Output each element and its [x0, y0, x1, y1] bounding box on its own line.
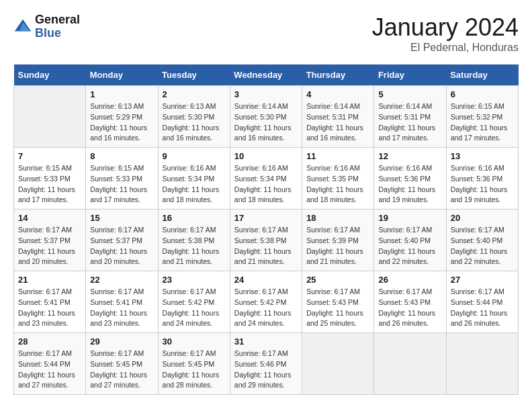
day-info: Sunrise: 6:17 AMSunset: 5:40 PMDaylight:…	[378, 225, 441, 267]
week-row-3: 14Sunrise: 6:17 AMSunset: 5:37 PMDayligh…	[14, 210, 519, 271]
calendar-header: SundayMondayTuesdayWednesdayThursdayFrid…	[14, 64, 519, 86]
day-cell: 4Sunrise: 6:14 AMSunset: 5:31 PMDaylight…	[302, 86, 374, 148]
day-cell: 9Sunrise: 6:16 AMSunset: 5:34 PMDaylight…	[158, 148, 230, 210]
day-info: Sunrise: 6:17 AMSunset: 5:41 PMDaylight:…	[90, 287, 153, 329]
day-info: Sunrise: 6:17 AMSunset: 5:45 PMDaylight:…	[90, 349, 153, 391]
day-number: 24	[234, 275, 298, 285]
day-number: 10	[234, 151, 298, 161]
day-info: Sunrise: 6:17 AMSunset: 5:43 PMDaylight:…	[306, 287, 369, 329]
day-cell: 31Sunrise: 6:17 AMSunset: 5:46 PMDayligh…	[230, 333, 302, 395]
day-number: 20	[451, 213, 514, 223]
day-number: 29	[90, 336, 153, 347]
day-number: 23	[163, 275, 226, 285]
day-cell: 25Sunrise: 6:17 AMSunset: 5:43 PMDayligh…	[302, 271, 374, 333]
day-info: Sunrise: 6:15 AMSunset: 5:33 PMDaylight:…	[90, 163, 153, 205]
day-info: Sunrise: 6:17 AMSunset: 5:37 PMDaylight:…	[90, 225, 153, 267]
day-cell	[302, 333, 374, 395]
day-cell: 12Sunrise: 6:16 AMSunset: 5:36 PMDayligh…	[374, 148, 446, 210]
day-number: 17	[234, 213, 298, 223]
logo-line2: Blue	[35, 27, 80, 40]
day-info: Sunrise: 6:17 AMSunset: 5:44 PMDaylight:…	[451, 287, 514, 329]
day-cell: 17Sunrise: 6:17 AMSunset: 5:38 PMDayligh…	[230, 210, 302, 271]
day-cell: 7Sunrise: 6:15 AMSunset: 5:33 PMDaylight…	[14, 148, 86, 210]
day-info: Sunrise: 6:17 AMSunset: 5:38 PMDaylight:…	[234, 225, 298, 267]
main-title: January 2024	[372, 13, 519, 42]
day-number: 1	[90, 89, 153, 99]
day-info: Sunrise: 6:16 AMSunset: 5:35 PMDaylight:…	[306, 163, 369, 205]
day-info: Sunrise: 6:14 AMSunset: 5:31 PMDaylight:…	[378, 101, 441, 144]
day-info: Sunrise: 6:16 AMSunset: 5:34 PMDaylight:…	[163, 163, 226, 205]
day-cell: 28Sunrise: 6:17 AMSunset: 5:44 PMDayligh…	[14, 333, 86, 395]
day-number: 31	[234, 336, 298, 347]
day-info: Sunrise: 6:17 AMSunset: 5:37 PMDaylight:…	[18, 225, 81, 267]
calendar-body: 1Sunrise: 6:13 AMSunset: 5:29 PMDaylight…	[14, 86, 519, 395]
day-cell: 8Sunrise: 6:15 AMSunset: 5:33 PMDaylight…	[86, 148, 158, 210]
day-info: Sunrise: 6:17 AMSunset: 5:41 PMDaylight:…	[18, 287, 81, 329]
day-cell	[374, 333, 446, 395]
header-day-monday: Monday	[86, 64, 158, 86]
day-number: 18	[306, 213, 369, 223]
day-number: 12	[378, 151, 441, 161]
day-info: Sunrise: 6:15 AMSunset: 5:33 PMDaylight:…	[18, 163, 81, 205]
logo-line1: General	[35, 13, 80, 27]
day-cell: 10Sunrise: 6:16 AMSunset: 5:34 PMDayligh…	[230, 148, 302, 210]
subtitle: El Pedernal, Honduras	[372, 42, 519, 54]
day-number: 26	[378, 275, 441, 285]
day-cell: 29Sunrise: 6:17 AMSunset: 5:45 PMDayligh…	[86, 333, 158, 395]
day-info: Sunrise: 6:14 AMSunset: 5:30 PMDaylight:…	[234, 101, 298, 144]
day-number: 3	[234, 89, 298, 99]
day-number: 30	[163, 336, 226, 347]
day-cell: 5Sunrise: 6:14 AMSunset: 5:31 PMDaylight…	[374, 86, 446, 148]
day-number: 27	[451, 275, 514, 285]
day-info: Sunrise: 6:16 AMSunset: 5:36 PMDaylight:…	[378, 163, 441, 205]
day-cell: 3Sunrise: 6:14 AMSunset: 5:30 PMDaylight…	[230, 86, 302, 148]
day-info: Sunrise: 6:17 AMSunset: 5:42 PMDaylight:…	[163, 287, 226, 329]
calendar-table: SundayMondayTuesdayWednesdayThursdayFrid…	[13, 64, 519, 395]
day-cell: 20Sunrise: 6:17 AMSunset: 5:40 PMDayligh…	[446, 210, 518, 271]
day-number: 8	[90, 151, 153, 161]
day-info: Sunrise: 6:17 AMSunset: 5:43 PMDaylight:…	[378, 287, 441, 329]
day-number: 22	[90, 275, 153, 285]
day-info: Sunrise: 6:15 AMSunset: 5:32 PMDaylight:…	[451, 101, 514, 144]
logo-icon	[13, 17, 32, 36]
day-number: 9	[163, 151, 226, 161]
day-number: 13	[451, 151, 514, 161]
header-day-saturday: Saturday	[446, 64, 518, 86]
day-cell: 27Sunrise: 6:17 AMSunset: 5:44 PMDayligh…	[446, 271, 518, 333]
day-info: Sunrise: 6:17 AMSunset: 5:40 PMDaylight:…	[451, 225, 514, 267]
page-header: General Blue January 2024 El Pedernal, H…	[13, 13, 519, 54]
day-cell: 2Sunrise: 6:13 AMSunset: 5:30 PMDaylight…	[158, 86, 230, 148]
day-number: 21	[18, 275, 81, 285]
day-info: Sunrise: 6:17 AMSunset: 5:39 PMDaylight:…	[306, 225, 369, 267]
day-number: 14	[18, 213, 81, 223]
header-day-friday: Friday	[374, 64, 446, 86]
day-info: Sunrise: 6:14 AMSunset: 5:31 PMDaylight:…	[306, 101, 369, 144]
day-number: 4	[306, 89, 369, 99]
day-info: Sunrise: 6:17 AMSunset: 5:45 PMDaylight:…	[163, 349, 226, 391]
day-number: 19	[378, 213, 441, 223]
header-day-thursday: Thursday	[302, 64, 374, 86]
week-row-1: 1Sunrise: 6:13 AMSunset: 5:29 PMDaylight…	[14, 86, 519, 148]
day-number: 7	[18, 151, 81, 161]
day-number: 15	[90, 213, 153, 223]
day-number: 16	[163, 213, 226, 223]
day-info: Sunrise: 6:16 AMSunset: 5:36 PMDaylight:…	[451, 163, 514, 205]
day-number: 5	[378, 89, 441, 99]
day-info: Sunrise: 6:13 AMSunset: 5:30 PMDaylight:…	[163, 101, 226, 144]
day-info: Sunrise: 6:17 AMSunset: 5:42 PMDaylight:…	[234, 287, 298, 329]
logo: General Blue	[13, 13, 80, 40]
day-cell: 21Sunrise: 6:17 AMSunset: 5:41 PMDayligh…	[14, 271, 86, 333]
day-cell: 14Sunrise: 6:17 AMSunset: 5:37 PMDayligh…	[14, 210, 86, 271]
day-number: 2	[163, 89, 226, 99]
day-info: Sunrise: 6:17 AMSunset: 5:38 PMDaylight:…	[163, 225, 226, 267]
day-cell: 24Sunrise: 6:17 AMSunset: 5:42 PMDayligh…	[230, 271, 302, 333]
day-cell	[446, 333, 518, 395]
day-cell: 11Sunrise: 6:16 AMSunset: 5:35 PMDayligh…	[302, 148, 374, 210]
day-cell: 1Sunrise: 6:13 AMSunset: 5:29 PMDaylight…	[86, 86, 158, 148]
week-row-2: 7Sunrise: 6:15 AMSunset: 5:33 PMDaylight…	[14, 148, 519, 210]
day-cell: 23Sunrise: 6:17 AMSunset: 5:42 PMDayligh…	[158, 271, 230, 333]
day-cell: 22Sunrise: 6:17 AMSunset: 5:41 PMDayligh…	[86, 271, 158, 333]
day-info: Sunrise: 6:17 AMSunset: 5:46 PMDaylight:…	[234, 349, 298, 391]
day-number: 25	[306, 275, 369, 285]
header-day-wednesday: Wednesday	[230, 64, 302, 86]
